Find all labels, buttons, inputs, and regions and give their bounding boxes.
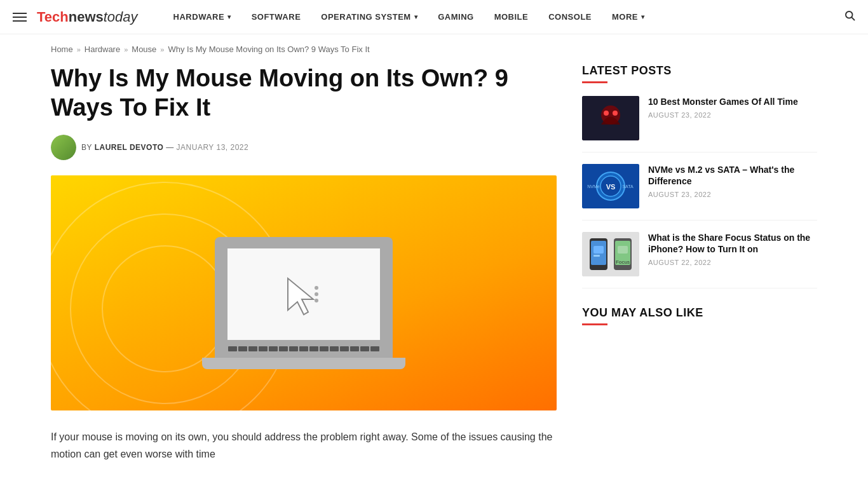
post-date-2: AUGUST 23, 2022 [648, 191, 817, 198]
keyboard-key [309, 346, 318, 351]
post-info-2: NVMe vs M.2 vs SATA – What's the Differe… [648, 164, 817, 208]
latest-posts-title: LATEST POSTS [582, 64, 817, 78]
breadcrumb-mouse[interactable]: Mouse [132, 44, 156, 54]
sidebar: LATEST POSTS 10 Best Monster Games Of Al… [582, 64, 817, 463]
list-item: Focus What is the Share Focus Status on … [582, 232, 817, 288]
svg-point-4 [315, 292, 318, 296]
search-button[interactable] [844, 10, 855, 24]
laptop-display [227, 248, 380, 347]
main-nav: Technewstoday HARDWARE ▾ SOFTWARE OPERAT… [0, 0, 868, 34]
site-logo[interactable]: Technewstoday [37, 9, 138, 25]
keyboard-key [259, 346, 268, 351]
post-date-1: AUGUST 23, 2022 [648, 111, 817, 119]
article: Why Is My Mouse Moving on Its Own? 9 Way… [51, 64, 557, 463]
keyboard-key [360, 346, 369, 351]
svg-text:NVMe: NVMe [587, 184, 600, 189]
nav-operating-system[interactable]: OPERATING SYSTEM ▾ [311, 0, 428, 34]
svg-point-5 [315, 299, 318, 302]
featured-image [51, 175, 557, 410]
you-may-like-title: YOU MAY ALSO LIKE [582, 306, 817, 320]
article-title: Why Is My Mouse Moving on Its Own? 9 Way… [51, 64, 557, 122]
breadcrumb-current: Why Is My Mouse Moving on Its Own? 9 Way… [168, 44, 369, 54]
list-item: 10 Best Monster Games Of All Time AUGUST… [582, 96, 817, 152]
keyboard-key [238, 346, 247, 351]
article-date: JANUARY 13, 2022 [177, 143, 249, 152]
keyboard-key [269, 346, 278, 351]
nav-console[interactable]: CONSOLE [538, 0, 602, 34]
svg-rect-23 [618, 246, 628, 254]
svg-text:Focus: Focus [616, 259, 630, 265]
post-thumbnail-2: VS NVMe SATA [582, 164, 639, 208]
article-meta: BY LAUREL DEVOTO — JANUARY 13, 2022 [51, 135, 557, 160]
keyboard-key [350, 346, 359, 351]
chevron-down-icon-more: ▾ [641, 13, 645, 20]
logo-today: today [104, 9, 138, 25]
logo-news: news [69, 9, 104, 25]
post-thumbnail-3: Focus [582, 232, 639, 276]
you-may-like-underline [582, 323, 607, 325]
keyboard-key [279, 346, 288, 351]
meta-text: BY LAUREL DEVOTO — JANUARY 13, 2022 [81, 143, 248, 152]
post-date-3: AUGUST 22, 2022 [648, 259, 817, 266]
laptop-screen [215, 237, 393, 358]
keyboard-key [289, 346, 298, 351]
avatar-image [51, 135, 76, 160]
article-paragraph-1: If your mouse is moving on its own, you … [51, 428, 557, 463]
main-layout: Why Is My Mouse Moving on Its Own? 9 Way… [0, 64, 868, 463]
keyboard-key [248, 346, 257, 351]
keyboard-key [340, 346, 349, 351]
svg-text:VS: VS [606, 183, 616, 191]
nav-hardware[interactable]: HARDWARE ▾ [163, 0, 241, 34]
chevron-down-icon-os: ▾ [414, 13, 418, 20]
mouse-cursor-icon [281, 275, 326, 320]
monster-thumb-art [582, 96, 639, 140]
nav-mobile[interactable]: MOBILE [484, 0, 539, 34]
nav-more[interactable]: MORE ▾ [602, 0, 655, 34]
svg-point-8 [604, 111, 609, 116]
post-info-3: What is the Share Focus Status on the iP… [648, 232, 817, 276]
nav-software[interactable]: SOFTWARE [241, 0, 311, 34]
svg-rect-20 [593, 255, 600, 257]
breadcrumb-sep-3: » [160, 46, 164, 53]
post-title-1[interactable]: 10 Best Monster Games Of All Time [648, 96, 817, 107]
laptop-base [202, 358, 405, 369]
keyboard-key [330, 346, 339, 351]
breadcrumb-sep-1: » [77, 46, 81, 53]
post-title-3[interactable]: What is the Share Focus Status on the iP… [648, 232, 817, 255]
svg-point-3 [315, 286, 318, 290]
svg-line-1 [851, 17, 854, 20]
you-may-also-like-section: YOU MAY ALSO LIKE [582, 306, 817, 325]
keyboard-key [370, 346, 379, 351]
nvme-thumb-art: VS NVMe SATA [582, 164, 639, 208]
keyboard-key [320, 346, 329, 351]
svg-text:SATA: SATA [622, 184, 634, 189]
list-item: VS NVMe SATA NVMe vs M.2 vs SATA – What'… [582, 164, 817, 220]
breadcrumb-hardware[interactable]: Hardware [85, 44, 120, 54]
post-title-2[interactable]: NVMe vs M.2 vs SATA – What's the Differe… [648, 164, 817, 187]
logo-tech: Tech [37, 9, 69, 25]
author-prefix: BY [81, 143, 92, 152]
chevron-down-icon: ▾ [227, 13, 231, 20]
author-name[interactable]: LAUREL DEVOTO [95, 143, 164, 152]
svg-rect-19 [593, 246, 604, 254]
meta-dash: — [166, 143, 176, 152]
keyboard-key [299, 346, 308, 351]
laptop-illustration [189, 198, 418, 388]
article-body: If your mouse is moving on its own, you … [51, 428, 557, 463]
svg-point-9 [613, 111, 618, 116]
svg-marker-2 [288, 278, 313, 315]
nav-items: HARDWARE ▾ SOFTWARE OPERATING SYSTEM ▾ G… [163, 0, 844, 34]
breadcrumb: Home » Hardware » Mouse » Why Is My Mous… [0, 34, 868, 64]
phone-thumb-art: Focus [582, 232, 639, 276]
hamburger-menu[interactable] [13, 13, 27, 22]
nav-gaming[interactable]: GAMING [428, 0, 484, 34]
post-info-1: 10 Best Monster Games Of All Time AUGUST… [648, 96, 817, 140]
latest-posts-underline [582, 81, 607, 83]
avatar [51, 135, 76, 160]
post-thumbnail-1 [582, 96, 639, 140]
breadcrumb-sep-2: » [124, 46, 128, 53]
breadcrumb-home[interactable]: Home [51, 44, 73, 54]
keyboard-key [228, 346, 237, 351]
